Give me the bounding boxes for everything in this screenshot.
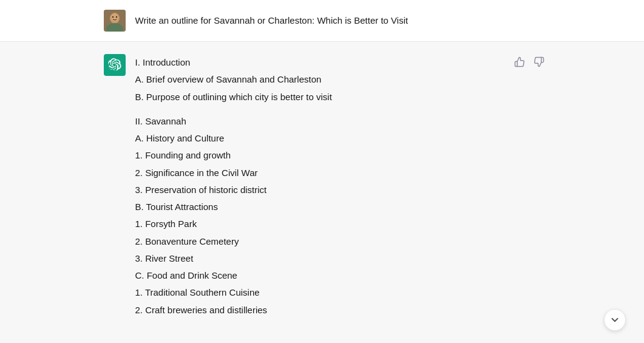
outline-savannah-a2: 2. Significance in the Civil War — [135, 165, 541, 182]
outline-savannah-section: II. Savannah — [135, 113, 541, 130]
thumbs-up-button[interactable] — [512, 54, 527, 70]
outline-intro-a: A. Brief overview of Savannah and Charle… — [135, 71, 541, 88]
svg-point-4 — [112, 16, 113, 18]
outline-savannah-b3: 3. River Street — [135, 250, 541, 267]
outline-savannah-a1: 1. Founding and growth — [135, 147, 541, 164]
outline-savannah-b2: 2. Bonaventure Cemetery — [135, 233, 541, 250]
user-message-text: Write an outline for Savannah or Charles… — [135, 10, 408, 28]
outline-text: I. Introduction A. Brief overview of Sav… — [135, 54, 541, 319]
scroll-down-button[interactable] — [604, 309, 626, 331]
outline-savannah-b1: 1. Forsyth Park — [135, 216, 541, 233]
svg-point-5 — [115, 16, 117, 18]
assistant-content: I. Introduction A. Brief overview of Sav… — [135, 54, 541, 319]
outline-savannah-c2: 2. Craft breweries and distilleries — [135, 302, 541, 319]
outline-savannah-a: A. History and Culture — [135, 130, 541, 147]
chatgpt-icon — [104, 54, 126, 76]
outline-intro-section: I. Introduction — [135, 54, 541, 71]
user-message-row: Write an outline for Savannah or Charles… — [0, 0, 644, 42]
outline-savannah-a3: 3. Preservation of historic district — [135, 182, 541, 199]
feedback-buttons — [512, 54, 547, 70]
outline-savannah-c: C. Food and Drink Scene — [135, 267, 541, 284]
svg-point-3 — [111, 13, 118, 22]
outline-intro-b: B. Purpose of outlining which city is be… — [135, 89, 541, 106]
assistant-message-row: I. Introduction A. Brief overview of Sav… — [0, 42, 644, 343]
outline-savannah-c1: 1. Traditional Southern Cuisine — [135, 284, 541, 301]
outline-savannah-b: B. Tourist Attractions — [135, 199, 541, 216]
thumbs-down-button[interactable] — [531, 54, 547, 70]
user-avatar — [104, 10, 126, 32]
